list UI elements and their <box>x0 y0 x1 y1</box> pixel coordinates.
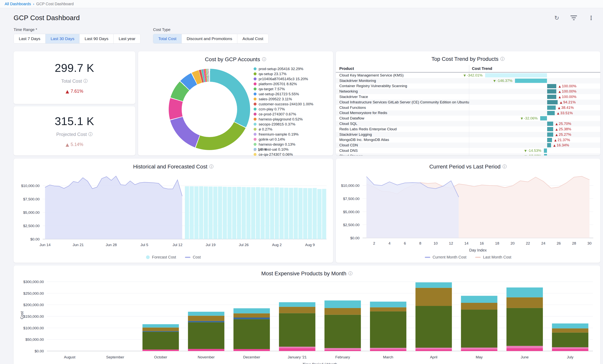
legend-label: golink-url 0.14% <box>259 137 285 141</box>
cost-trend-cell: ▼ -146.37% <box>469 78 600 83</box>
product-cell: Container Registry Vulnerability Scannin… <box>336 84 469 88</box>
info-icon[interactable]: ⓘ <box>503 164 507 170</box>
info-icon[interactable]: ⓘ <box>209 164 213 170</box>
donut-legend-item[interactable]: ccm-play 0.77% <box>254 107 331 111</box>
pager-down-icon[interactable]: ▼ <box>265 148 267 151</box>
top-cost-trend-card: Top Cost Trend by Productsⓘ Product Cost… <box>336 51 600 155</box>
legend-swatch-icon <box>254 153 256 156</box>
breadcrumb-all-dashboards[interactable]: All Dashboards <box>5 2 31 6</box>
period-chart-title: Current Period vs Last Period <box>429 164 500 170</box>
table-row: Cloud Storage▼ -13.19% <box>336 153 600 155</box>
trend-bar <box>547 95 556 99</box>
more-button[interactable]: ⋮ <box>588 14 594 21</box>
period-chart-legend: Current Month CostLast Month Cost <box>336 255 600 259</box>
product-cell: Stackdriver Trace <box>336 95 469 99</box>
trend-bar <box>540 116 547 121</box>
donut-legend-item[interactable]: harness-playground 0.52% <box>254 117 331 121</box>
info-icon[interactable]: ⓘ <box>83 78 88 84</box>
legend-swatch-icon <box>254 138 256 141</box>
table-row: Stackdriver Logging▲ 25.27% <box>336 132 600 137</box>
donut-legend-item[interactable]: golink-url 0.14% <box>254 137 331 141</box>
trend-percent-label: ▲ 100.00% <box>559 89 576 95</box>
donut-legend-item[interactable]: secops-239815 0.37% <box>254 122 331 126</box>
info-icon[interactable]: ⓘ <box>348 271 352 276</box>
donut-legend-item[interactable]: freemium-sample 0.19% <box>254 132 331 136</box>
table-row: Cloud Dataflow▼ -32.06% <box>336 116 600 121</box>
donut-legend-item[interactable]: ø 0.27% <box>254 127 331 131</box>
donut-legend-item[interactable]: harness-design 0.13% <box>254 142 331 146</box>
svg-text:Cost: Cost <box>20 311 24 319</box>
donut-legend-item[interactable]: uat-setup-261723 5.55% <box>254 92 331 96</box>
donut-legend-item[interactable]: sales-209522 3.11% <box>254 97 331 101</box>
svg-text:Aug 9: Aug 9 <box>305 243 315 247</box>
chart-legend-item[interactable]: Last Month Cost <box>475 255 511 259</box>
cost-trend-cell: ▲ 100.00% <box>469 83 600 89</box>
trend-bar <box>547 121 553 126</box>
total-cost-value: 299.7 K <box>55 61 94 74</box>
info-icon[interactable]: ⓘ <box>500 56 505 62</box>
donut-legend-item[interactable]: qa-target 7.57% <box>254 87 331 91</box>
cost-type-option-1[interactable]: Discount and Promotions <box>182 34 237 43</box>
cost-type-option-0[interactable]: Total Cost <box>153 34 181 43</box>
product-cell: MongoDB Inc. MongoDB Atlas <box>336 138 469 142</box>
donut-legend-item[interactable]: qa-setup 23.17% <box>254 72 331 76</box>
info-icon[interactable]: ⓘ <box>262 56 266 62</box>
chart-legend-item[interactable]: Forecast Cost <box>146 255 176 259</box>
table-row: Networking▲ 100.00% <box>336 89 600 94</box>
column-header-cost-trend[interactable]: Cost Trend <box>469 65 600 72</box>
svg-text:Aug 2: Aug 2 <box>272 243 282 247</box>
time-range-option-0[interactable]: Last 7 Days <box>14 34 45 43</box>
table-row: Cloud DNS▼ -14.53% <box>336 148 600 153</box>
cost-type-option-2[interactable]: Actual Cost <box>237 34 268 43</box>
cost-trend-cell: ▲ 25.38% <box>469 126 600 132</box>
cost-type-segmented-control: Total CostDiscount and PromotionsActual … <box>153 34 268 44</box>
table-row: Stackdriver Trace▲ 100.00% <box>336 94 600 99</box>
time-range-option-2[interactable]: Last 90 Days <box>79 34 113 43</box>
trend-percent-label: ▲ 25.27% <box>556 132 571 138</box>
svg-text:$100,000.00: $100,000.00 <box>23 326 44 330</box>
gcp-accounts-donut-chart[interactable] <box>169 69 250 150</box>
donut-legend-item[interactable]: pr10406a87045145c3 15.20% <box>254 77 331 81</box>
legend-swatch-icon <box>254 128 256 131</box>
svg-text:Jun 28: Jun 28 <box>106 243 117 247</box>
svg-text:October: October <box>154 355 167 359</box>
donut-legend-item[interactable]: ce-qa-274307 0.06% <box>254 152 331 156</box>
time-range-option-1[interactable]: Last 30 Days <box>45 34 80 43</box>
projected-cost-kpi-card: 315.1 K Projected Costⓘ ▲ 5.14% <box>13 106 135 155</box>
legend-label: harness-playground 0.52% <box>259 117 303 121</box>
svg-text:Day Index: Day Index <box>469 248 487 252</box>
svg-text:$2,500.00: $2,500.00 <box>23 224 40 228</box>
legend-label: uat-setup-261723 5.55% <box>259 92 299 96</box>
donut-legend-item[interactable]: prod-setup-205416 32.29% <box>254 67 331 71</box>
legend-marker-icon <box>146 255 150 259</box>
refresh-button[interactable]: ↻ <box>554 14 559 21</box>
filter-button[interactable] <box>570 15 577 20</box>
product-cell: Cloud Functions <box>336 106 469 110</box>
trend-bar <box>544 154 547 155</box>
column-header-product[interactable]: Product <box>336 66 469 71</box>
chart-legend-item[interactable]: Cost <box>185 255 201 259</box>
donut-legend-item[interactable]: customer-success-244100 1.00% <box>254 102 331 106</box>
svg-text:12: 12 <box>449 241 453 245</box>
time-range-option-3[interactable]: Last year <box>113 34 140 43</box>
legend-label: secops-239815 0.37% <box>259 122 295 126</box>
product-cell: Stackdriver Monitoring <box>336 79 469 83</box>
donut-legend-item[interactable]: platform-205701 8.82% <box>254 82 331 86</box>
svg-text:30: 30 <box>588 241 591 245</box>
legend-label: qa-target 7.57% <box>259 87 285 91</box>
info-icon[interactable]: ⓘ <box>88 132 93 137</box>
legend-marker-icon <box>475 257 481 258</box>
monthly-chart-title: Most Expensive Products by Month <box>261 270 347 277</box>
table-row: Cloud Functions▲ 38.41% <box>336 105 600 110</box>
legend-label: prod-setup-205416 32.29% <box>259 67 303 71</box>
trend-percent-label: ▲ 16.34% <box>553 143 569 148</box>
legend-label: ce-prod-274307 0.67% <box>259 112 296 116</box>
pager-up-icon[interactable]: ▲ <box>254 148 256 151</box>
donut-legend-item[interactable]: ce-prod-274307 0.67% <box>254 112 331 116</box>
chart-legend-item[interactable]: Current Month Cost <box>425 255 466 259</box>
trend-bar <box>547 89 556 94</box>
legend-label: ccm-play 0.77% <box>259 107 285 111</box>
total-cost-kpi-card: 299.7 K Total Costⓘ ▲ 7.61% <box>13 51 135 104</box>
legend-label: Forecast Cost <box>152 255 176 259</box>
cost-trend-cell: ▲ 25.70% <box>469 121 600 126</box>
